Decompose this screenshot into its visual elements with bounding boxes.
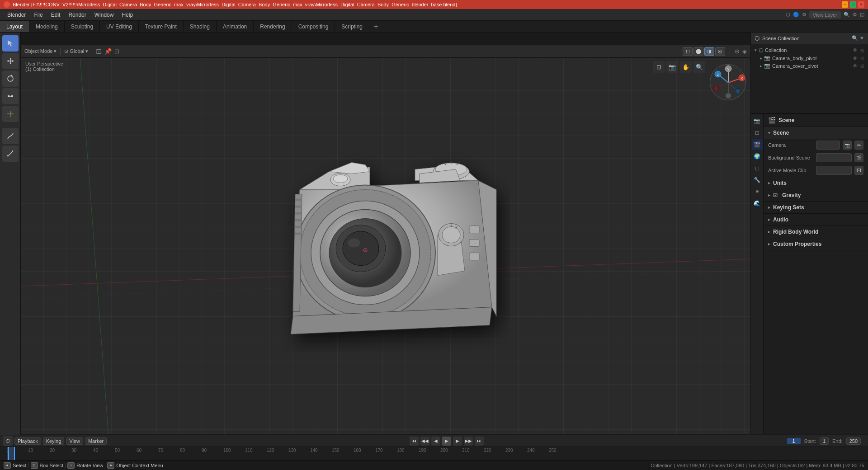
object-mode-selector[interactable]: Object Mode ▾ <box>24 48 57 54</box>
tab-layout[interactable]: Layout <box>0 21 29 32</box>
menu-window[interactable]: Window <box>91 11 118 19</box>
camera-edit[interactable]: ✏ <box>854 141 863 150</box>
jump-end-button[interactable]: ⏭ <box>475 437 484 446</box>
tab-rendering[interactable]: Rendering <box>254 21 292 32</box>
start-frame[interactable]: 1 <box>820 437 829 445</box>
view-layer-dropdown[interactable]: View Layer <box>809 11 841 19</box>
playback-dropdown[interactable]: Playback <box>14 437 41 445</box>
play-button[interactable]: ▶ <box>442 437 451 446</box>
shading-material[interactable]: ◑ <box>704 47 714 56</box>
tool-scale[interactable] <box>2 88 19 104</box>
camera-value[interactable] <box>816 141 840 150</box>
active-movie-pick[interactable]: 🎞 <box>854 166 863 175</box>
tab-compositing[interactable]: Compositing <box>292 21 335 32</box>
end-frame[interactable]: 250 <box>846 437 861 445</box>
collection-render[interactable]: ◎ <box>860 48 864 53</box>
prop-modifier-icon[interactable]: 🔧 <box>752 174 763 185</box>
timeline-ruler[interactable]: 1 10 20 30 40 50 60 70 80 90 100 110 120… <box>0 447 868 460</box>
tab-scripting[interactable]: Scripting <box>335 21 369 32</box>
tool-rotate[interactable] <box>2 70 19 87</box>
prop-output-icon[interactable]: ⊡ <box>752 127 763 138</box>
prop-object-icon[interactable]: ◻ <box>752 163 763 174</box>
tool-annotate[interactable] <box>2 128 19 144</box>
custom-properties-header[interactable]: ▸ Custom Properties <box>764 238 868 250</box>
units-section-header[interactable]: ▸ Units <box>764 177 868 189</box>
tool-transform[interactable] <box>2 106 19 122</box>
viewport-icon-display[interactable]: ⊡ <box>114 48 119 55</box>
viewport-3d[interactable]: Object Mode ▾ ⊙ Global ▾ ⊡ 📌 ⊡ ◻ ⬤ ◑ ◎ ⊛… <box>21 45 750 434</box>
frame-150: 150 <box>332 448 340 453</box>
marker-dropdown[interactable]: Marker <box>85 437 107 445</box>
keying-sets-header[interactable]: ▸ Keying Sets <box>764 202 868 213</box>
next-keyframe-button[interactable]: ▶ <box>453 437 462 446</box>
audio-section-header[interactable]: ▸ Audio <box>764 214 868 226</box>
scene-section-header[interactable]: ▾ Scene <box>764 127 868 139</box>
active-movie-clip-value[interactable] <box>816 166 852 175</box>
tree-item-camera-cover[interactable]: ▸ 📷 Camera_cover_pivot 👁 ◎ <box>756 62 868 70</box>
shading-solid[interactable]: ⬤ <box>693 47 703 56</box>
prop-render-icon[interactable]: 📷 <box>752 116 763 127</box>
tab-modeling[interactable]: Modeling <box>29 21 65 32</box>
rigid-body-world-header[interactable]: ▸ Rigid Body World <box>764 226 868 238</box>
current-frame[interactable]: 1 <box>787 438 801 444</box>
timeline-icon[interactable]: ⏱ <box>3 436 13 446</box>
jump-start-button[interactable]: ⏮ <box>410 437 419 446</box>
overlays-button[interactable]: ⊛ <box>735 48 740 55</box>
prop-particles-icon[interactable]: ⁕ <box>752 186 763 197</box>
maximize-button[interactable]: □ <box>850 1 856 8</box>
tab-texture-paint[interactable]: Texture Paint <box>139 21 184 32</box>
menu-render[interactable]: Render <box>65 11 90 19</box>
gravity-section-header[interactable]: ▸ ☑ Gravity <box>764 189 868 201</box>
viewport-shading-dropdown[interactable]: ⊙ Global ▾ <box>64 48 88 54</box>
menu-blender[interactable]: Blender <box>4 11 29 19</box>
viewport-zoom-icon[interactable]: 🔍 <box>693 61 705 73</box>
view-dropdown[interactable]: View <box>66 437 83 445</box>
gizmo-circle[interactable]: Y X Z <box>710 64 746 100</box>
tab-shading[interactable]: Shading <box>184 21 217 32</box>
minimize-button[interactable]: ─ <box>842 1 848 8</box>
menu-edit[interactable]: Edit <box>47 11 64 19</box>
tool-select[interactable] <box>2 35 19 52</box>
frame-110: 110 <box>245 448 253 453</box>
tab-animation[interactable]: Animation <box>217 21 254 32</box>
viewport-icon-pin[interactable]: 📌 <box>104 48 112 55</box>
camera-pick[interactable]: 📷 <box>843 141 852 150</box>
collection-visibility[interactable]: 👁 <box>853 47 858 53</box>
prev-frame-button[interactable]: ◀◀ <box>420 437 429 446</box>
tree-item-collection[interactable]: ▾ ⬡ Collection 👁 ◎ <box>751 46 868 54</box>
context-menu-label: Object Context Menu <box>116 463 163 468</box>
gizmos-button[interactable]: ◈ <box>742 48 747 55</box>
tool-move[interactable] <box>2 53 19 69</box>
gravity-checkbox[interactable]: ☑ <box>773 193 778 198</box>
prop-physics-icon[interactable]: 🌊 <box>752 198 763 209</box>
camera-body-render[interactable]: ◎ <box>860 56 864 61</box>
shading-rendered[interactable]: ◎ <box>715 47 725 56</box>
prev-keyframe-button[interactable]: ◀ <box>431 437 440 446</box>
shading-wireframe[interactable]: ◻ <box>683 47 693 56</box>
keying-dropdown[interactable]: Keying <box>43 437 65 445</box>
prop-world-icon[interactable]: 🌍 <box>752 151 763 162</box>
add-workspace-button[interactable]: + <box>369 21 382 32</box>
prop-scene-icon[interactable]: 🎬 <box>752 139 763 150</box>
outliner-filter-icon[interactable]: ▼ <box>859 35 864 41</box>
tool-measure[interactable] <box>2 146 19 162</box>
background-scene-pick[interactable]: 🎬 <box>854 153 863 162</box>
background-scene-value[interactable] <box>816 153 852 162</box>
menu-help[interactable]: Help <box>118 11 137 19</box>
camera-body-visibility[interactable]: 👁 <box>853 56 858 61</box>
tab-sculpting[interactable]: Sculpting <box>65 21 100 32</box>
viewport-grab-icon[interactable]: ✋ <box>680 61 692 73</box>
viewport-icon-lock[interactable]: ⊡ <box>96 47 102 56</box>
svg-point-49 <box>726 93 731 99</box>
close-button[interactable]: ✕ <box>858 1 864 8</box>
camera-cover-render[interactable]: ◎ <box>860 63 864 68</box>
tab-uv-editing[interactable]: UV Editing <box>100 21 139 32</box>
menu-file[interactable]: File <box>30 11 46 19</box>
next-frame-button[interactable]: ▶▶ <box>464 437 473 446</box>
navigation-gizmo[interactable]: Y X Z <box>710 64 746 100</box>
viewport-camera-icon[interactable]: 📷 <box>666 61 678 73</box>
camera-cover-visibility[interactable]: 👁 <box>853 63 858 69</box>
tree-item-camera-body[interactable]: ▸ 📷 Camera_body_pivot 👁 ◎ <box>756 54 868 62</box>
viewport-toggle-xray[interactable]: ⊡ <box>653 61 665 73</box>
outliner-search-icon[interactable]: 🔍 <box>852 35 858 41</box>
